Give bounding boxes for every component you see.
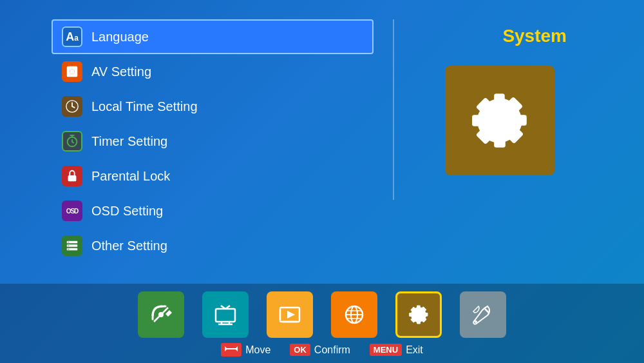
system-icon-box: [445, 66, 554, 175]
right-panel: System: [394, 19, 605, 277]
language-icon: Aa: [62, 26, 82, 47]
nav-icon-tools[interactable]: [460, 291, 506, 338]
time-icon: [62, 96, 82, 117]
svg-point-28: [475, 320, 477, 323]
other-icon: [62, 235, 82, 256]
menu-item-osd[interactable]: OSD OSD Setting: [52, 193, 374, 228]
menu-label-local-time: Local Time Setting: [91, 99, 198, 114]
svg-rect-8: [68, 242, 70, 242]
svg-point-0: [70, 69, 74, 74]
system-title: System: [502, 26, 567, 46]
svg-line-12: [154, 308, 168, 322]
nav-icon-system[interactable]: [395, 291, 442, 338]
svg-rect-31: [226, 348, 236, 349]
nav-icon-tv[interactable]: [202, 291, 249, 338]
menu-label-osd: OSD Setting: [91, 204, 163, 219]
bottom-controls: Move OK Confirm MENU Exit: [221, 343, 423, 357]
confirm-control: OK Confirm: [290, 344, 350, 356]
menu-label-language: Language: [91, 30, 149, 44]
menu-item-timer[interactable]: Timer Setting: [52, 124, 374, 159]
nav-icons-row: [138, 291, 506, 338]
parental-icon: [62, 166, 82, 186]
menu-label-other: Other Setting: [91, 239, 167, 253]
nav-icon-media[interactable]: [267, 291, 313, 338]
nav-icon-satellite[interactable]: [138, 291, 184, 338]
svg-rect-9: [68, 246, 70, 246]
menu-badge: MENU: [370, 344, 402, 356]
menu-label-av: AV Setting: [91, 64, 151, 79]
osd-icon: OSD: [62, 201, 82, 221]
move-control: Move: [221, 343, 270, 357]
move-badge: [221, 343, 242, 357]
menu-item-av[interactable]: AV Setting: [52, 54, 374, 89]
ok-badge: OK: [290, 344, 310, 356]
av-icon: [62, 61, 82, 82]
menu-item-other[interactable]: Other Setting: [52, 228, 374, 263]
bottom-nav: Move OK Confirm MENU Exit: [0, 284, 644, 363]
svg-marker-20: [287, 311, 295, 319]
timer-icon: [62, 131, 82, 152]
exit-control: MENU Exit: [370, 344, 423, 356]
ok-label: Confirm: [314, 344, 350, 356]
menu-item-language[interactable]: Aa Language: [52, 19, 374, 54]
menu-label-timer: Timer Setting: [91, 134, 167, 149]
menu-panel: Aa Language AV Setting Local Time Settin…: [52, 19, 374, 277]
nav-icon-internet[interactable]: [331, 291, 377, 338]
svg-rect-13: [216, 309, 235, 322]
svg-line-27: [485, 309, 489, 313]
menu-item-local-time[interactable]: Local Time Setting: [52, 89, 374, 124]
menu-label-parental: Parental Lock: [91, 169, 170, 184]
system-gear-icon: [464, 85, 535, 156]
svg-point-4: [71, 177, 73, 179]
app-container: Aa Language AV Setting Local Time Settin…: [0, 0, 644, 363]
menu-item-parental[interactable]: Parental Lock: [52, 159, 374, 193]
exit-label: Exit: [406, 344, 423, 356]
content-area: Aa Language AV Setting Local Time Settin…: [0, 0, 644, 284]
move-label: Move: [245, 344, 270, 356]
svg-rect-10: [68, 249, 70, 250]
